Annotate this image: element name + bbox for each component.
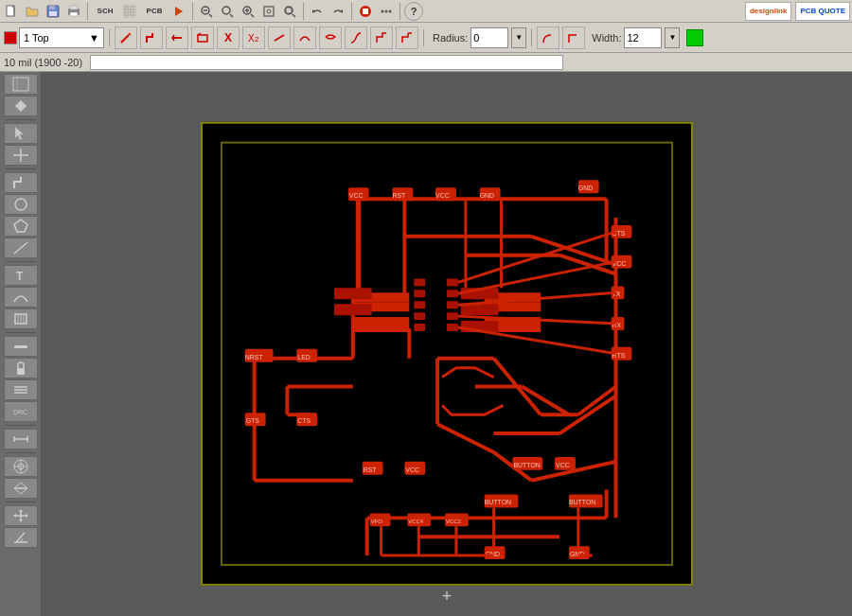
svg-line-20 (209, 14, 212, 17)
sidebar-text-btn[interactable]: T (4, 265, 38, 286)
radius-dropdown[interactable]: ▼ (511, 27, 526, 48)
save-icon[interactable] (44, 2, 62, 21)
line-btn[interactable] (268, 26, 291, 49)
left-sidebar: T DRC (0, 72, 42, 616)
sidebar-via-btn[interactable] (4, 194, 38, 215)
svg-text:VCC: VCC (405, 466, 419, 472)
radius-label: Radius: (433, 32, 468, 44)
route-btn[interactable] (140, 26, 163, 49)
status-bar: 10 mil (1900 -20) (0, 53, 852, 72)
sidebar-pointer-btn[interactable] (4, 123, 38, 144)
sidebar-component-btn[interactable] (4, 308, 38, 329)
zoom-out-icon[interactable] (197, 2, 216, 21)
svg-text:X: X (224, 31, 232, 44)
pcb-canvas[interactable]: VCC RST VCC GND GND (201, 121, 693, 585)
s-curve-btn[interactable] (345, 26, 367, 49)
sidebar-arc-btn[interactable] (4, 287, 38, 308)
sidebar-lock-btn[interactable] (4, 358, 38, 378)
svg-rect-35 (363, 9, 368, 14)
canvas-area[interactable]: VCC RST VCC GND GND (42, 72, 852, 616)
svg-marker-53 (15, 106, 27, 112)
sidebar-sep1 (6, 119, 36, 120)
svg-text:CTS: CTS (297, 417, 311, 424)
arc2-btn[interactable] (319, 26, 342, 49)
zoom-area-icon[interactable] (280, 2, 299, 21)
svg-text:VCC4: VCC4 (408, 519, 424, 524)
open-icon[interactable] (23, 2, 42, 21)
pencil-tool-btn[interactable] (115, 26, 137, 49)
sidebar-layers-btn[interactable] (4, 379, 38, 400)
bus-btn[interactable] (166, 26, 188, 49)
end-btn[interactable] (396, 26, 418, 49)
sidebar-crosshair-btn[interactable] (4, 145, 38, 166)
undo-icon[interactable] (308, 2, 327, 21)
sidebar-drc-btn[interactable]: DRC (4, 401, 38, 422)
layer-label: 1 Top (24, 32, 49, 44)
svg-text:RST: RST (392, 192, 406, 199)
x-btn[interactable]: X (217, 26, 240, 49)
svg-line-48 (275, 35, 284, 41)
svg-marker-85 (26, 514, 28, 518)
x2-btn[interactable]: X2 (242, 26, 265, 49)
arc-btn[interactable] (293, 26, 316, 49)
select-btn[interactable] (191, 26, 214, 49)
corner-btn[interactable] (562, 26, 585, 49)
svg-text:RST: RST (364, 466, 378, 472)
svg-rect-196 (447, 324, 458, 331)
sidebar-move2-btn[interactable] (4, 505, 38, 526)
svg-rect-6 (70, 6, 78, 9)
run-icon[interactable] (169, 2, 188, 21)
svg-rect-182 (334, 288, 372, 299)
arc-corner-btn[interactable] (537, 26, 559, 49)
sidebar-route-btn[interactable] (4, 172, 38, 193)
sidebar-polygon-btn[interactable] (4, 216, 38, 237)
redo-icon[interactable] (328, 2, 347, 21)
pcbquote-logo[interactable]: PCB QUOTE (795, 2, 850, 21)
ellipsis-icon[interactable] (377, 2, 396, 21)
svg-rect-188 (414, 290, 425, 297)
sidebar-scroll-icon[interactable] (4, 96, 38, 116)
sidebar-layer-btn[interactable] (4, 74, 38, 95)
radius-input[interactable] (470, 27, 508, 48)
pcb-grid-icon[interactable] (120, 2, 139, 21)
svg-point-36 (382, 9, 384, 12)
step-btn[interactable] (370, 26, 393, 49)
zoom-in-icon[interactable] (239, 2, 257, 21)
width-input[interactable] (624, 27, 662, 48)
print-icon[interactable] (64, 2, 83, 21)
svg-rect-27 (264, 7, 274, 16)
svg-rect-194 (447, 301, 458, 308)
svg-marker-54 (15, 127, 24, 140)
svg-text:T: T (16, 270, 24, 283)
sidebar-measure-btn[interactable] (4, 429, 38, 449)
svg-text:X: X (248, 33, 255, 44)
layer-dropdown[interactable]: 1 Top ▼ (19, 27, 104, 48)
sidebar-line-btn[interactable] (4, 238, 38, 258)
svg-text:VCC: VCC (349, 192, 364, 199)
svg-marker-59 (14, 220, 27, 232)
svg-point-37 (385, 9, 388, 12)
help-icon[interactable]: ? (404, 2, 423, 21)
new-file-icon[interactable] (2, 2, 21, 21)
pcb-diagram: VCC RST VCC GND GND (203, 123, 691, 583)
sch-icon[interactable]: SCH (92, 2, 118, 21)
stop-icon[interactable] (356, 2, 375, 21)
sidebar-sep2 (6, 168, 36, 169)
sidebar-angle-btn[interactable] (4, 527, 38, 548)
sidebar-special2-btn[interactable] (4, 478, 38, 499)
zoom-100-icon[interactable] (218, 2, 237, 21)
svg-text:LED: LED (297, 353, 311, 360)
command-input[interactable] (90, 55, 563, 70)
designlink-logo[interactable]: designlink (745, 2, 792, 21)
fit-icon[interactable] (259, 2, 278, 21)
svg-line-26 (251, 14, 254, 17)
layer-select[interactable]: 1 Top ▼ (4, 27, 104, 48)
svg-text:NRST: NRST (245, 353, 264, 360)
pcb-icon[interactable]: PCB (141, 2, 168, 21)
sidebar-special1-btn[interactable] (4, 456, 38, 477)
second-toolbar: 1 Top ▼ X X2 Radius: ▼ (0, 23, 852, 53)
svg-marker-82 (19, 509, 23, 512)
width-label: Width: (592, 32, 621, 44)
width-dropdown[interactable]: ▼ (665, 27, 680, 48)
sidebar-wrench-btn[interactable] (4, 336, 38, 357)
